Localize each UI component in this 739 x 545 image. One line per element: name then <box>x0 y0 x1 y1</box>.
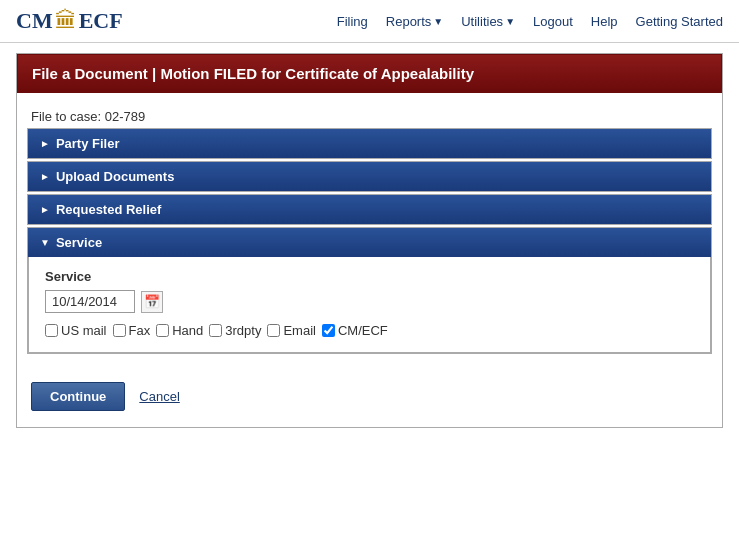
accordion-label-requested-relief: Requested Relief <box>56 202 161 217</box>
chevron-down-icon-service: ▼ <box>40 237 50 248</box>
nav-filing[interactable]: Filing <box>337 14 368 29</box>
accordion-label-party-filer: Party Filer <box>56 136 120 151</box>
accordion-label-upload-documents: Upload Documents <box>56 169 174 184</box>
checkbox-us-mail-text: US mail <box>61 323 107 338</box>
checkbox-fax-text: Fax <box>129 323 151 338</box>
checkbox-us-mail-label[interactable]: US mail <box>45 323 107 338</box>
checkbox-fax[interactable] <box>113 324 126 337</box>
service-date-input[interactable] <box>45 290 135 313</box>
logo: CM 🏛 ECF <box>16 8 123 34</box>
utilities-dropdown-arrow: ▼ <box>505 16 515 27</box>
service-section-label: Service <box>45 269 694 284</box>
accordion-header-upload-documents[interactable]: ► Upload Documents <box>28 162 711 191</box>
accordion-service: ▼ Service Service 📅 US mail <box>27 227 712 354</box>
accordion-header-requested-relief[interactable]: ► Requested Relief <box>28 195 711 224</box>
case-info-label: File to case: <box>31 109 101 124</box>
chevron-right-icon-upload: ► <box>40 171 50 182</box>
accordion-container: ► Party Filer ► Upload Documents ► Reque… <box>17 128 722 366</box>
chevron-right-icon-relief: ► <box>40 204 50 215</box>
checkbox-3rdpty[interactable] <box>209 324 222 337</box>
nav-help[interactable]: Help <box>591 14 618 29</box>
nav-utilities[interactable]: Utilities ▼ <box>461 14 515 29</box>
logo-cm: CM <box>16 8 53 34</box>
accordion-upload-documents: ► Upload Documents <box>27 161 712 192</box>
checkbox-email[interactable] <box>267 324 280 337</box>
checkbox-hand[interactable] <box>156 324 169 337</box>
case-info: File to case: 02-789 <box>31 105 145 128</box>
main-content: File a Document | Motion FILED for Certi… <box>0 43 739 448</box>
accordion-label-service: Service <box>56 235 102 250</box>
header: CM 🏛 ECF Filing Reports ▼ Utilities ▼ Lo… <box>0 0 739 43</box>
reports-dropdown-arrow: ▼ <box>433 16 443 27</box>
checkbox-hand-text: Hand <box>172 323 203 338</box>
checkbox-email-text: Email <box>283 323 316 338</box>
accordion-requested-relief: ► Requested Relief <box>27 194 712 225</box>
date-row: 📅 <box>45 290 694 313</box>
checkbox-3rdpty-text: 3rdpty <box>225 323 261 338</box>
logo-icon: 🏛 <box>55 8 77 34</box>
checkbox-cmecf[interactable] <box>322 324 335 337</box>
checkbox-cmecf-label[interactable]: CM/ECF <box>322 323 388 338</box>
nav-logout[interactable]: Logout <box>533 14 573 29</box>
service-panel: Service 📅 US mail Fax <box>28 257 711 353</box>
checkbox-row: US mail Fax Hand 3rdpty <box>45 323 694 338</box>
nav-reports[interactable]: Reports ▼ <box>386 14 443 29</box>
checkbox-hand-label[interactable]: Hand <box>156 323 203 338</box>
checkbox-email-label[interactable]: Email <box>267 323 316 338</box>
accordion-party-filer: ► Party Filer <box>27 128 712 159</box>
checkbox-cmecf-text: CM/ECF <box>338 323 388 338</box>
cancel-button[interactable]: Cancel <box>139 389 179 404</box>
checkbox-us-mail[interactable] <box>45 324 58 337</box>
checkbox-3rdpty-label[interactable]: 3rdpty <box>209 323 261 338</box>
content-wrapper: File a Document | Motion FILED for Certi… <box>16 53 723 428</box>
page-title: File a Document | Motion FILED for Certi… <box>17 54 722 93</box>
accordion-header-service[interactable]: ▼ Service <box>28 228 711 257</box>
nav: Filing Reports ▼ Utilities ▼ Logout Help… <box>337 14 723 29</box>
button-row: Continue Cancel <box>17 382 722 427</box>
chevron-right-icon: ► <box>40 138 50 149</box>
calendar-icon[interactable]: 📅 <box>141 291 163 313</box>
case-number: 02-789 <box>105 109 145 124</box>
case-info-row: File to case: 02-789 <box>17 103 722 128</box>
nav-getting-started[interactable]: Getting Started <box>636 14 723 29</box>
logo-ecf: ECF <box>79 8 123 34</box>
continue-button[interactable]: Continue <box>31 382 125 411</box>
accordion-header-party-filer[interactable]: ► Party Filer <box>28 129 711 158</box>
checkbox-fax-label[interactable]: Fax <box>113 323 151 338</box>
